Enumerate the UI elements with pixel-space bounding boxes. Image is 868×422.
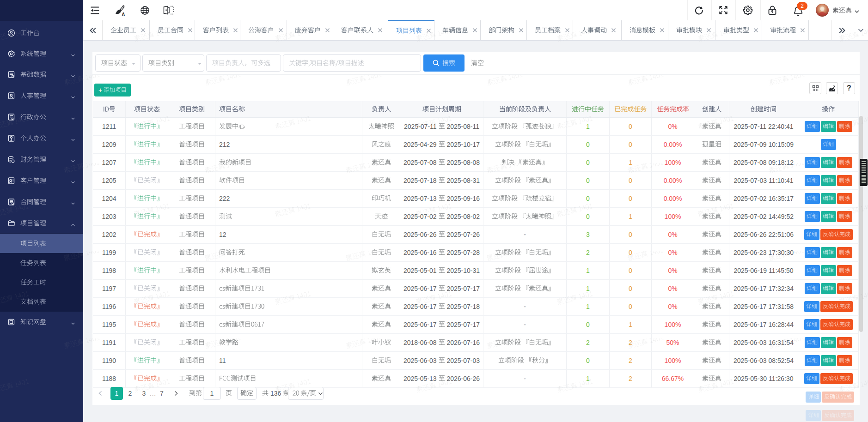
svg-text:A: A — [122, 12, 125, 17]
